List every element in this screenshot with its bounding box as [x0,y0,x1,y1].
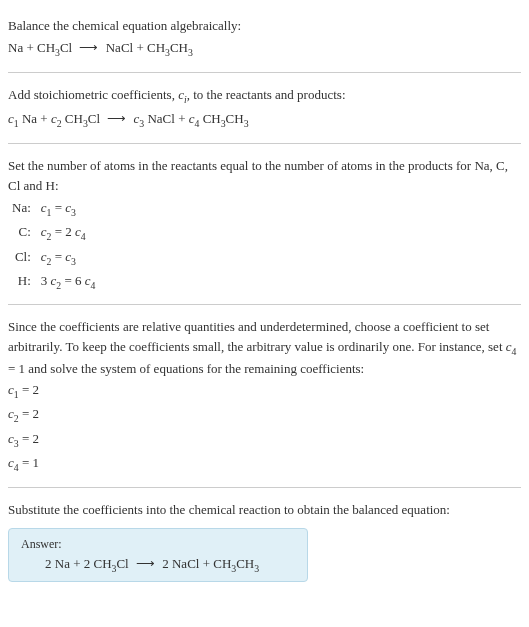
answer-box: Answer: 2 Na + 2 CH3Cl ⟶ 2 NaCl + CH3CH3 [8,528,308,583]
solution-line: c4 = 1 [8,453,521,475]
element-label: Na: [10,197,39,221]
solution-line: c2 = 2 [8,404,521,426]
solution-line: c1 = 2 [8,380,521,402]
arrow-icon: ⟶ [79,38,98,58]
arrow-icon: ⟶ [107,109,126,129]
table-row: C: c2 = 2 c4 [10,221,101,245]
table-row: H: 3 c2 = 6 c4 [10,270,101,294]
divider [8,143,521,144]
arrow-icon: ⟶ [136,556,155,572]
element-label: Cl: [10,246,39,270]
element-equation: c2 = c3 [39,246,102,270]
atom-balance-title: Set the number of atoms in the reactants… [8,156,521,195]
balance-equation: Na + CH3Cl ⟶ NaCl + CH3CH3 [8,38,521,60]
element-equation: 3 c2 = 6 c4 [39,270,102,294]
coeff-equation: c1 Na + c2 CH3Cl ⟶ c3 NaCl + c4 CH3CH3 [8,109,521,131]
section-balance: Balance the chemical equation algebraica… [8,8,521,68]
substitute-text: Substitute the coefficients into the che… [8,500,521,520]
section-solve: Since the coefficients are relative quan… [8,309,521,483]
answer-equation: 2 Na + 2 CH3Cl ⟶ 2 NaCl + CH3CH3 [21,556,295,574]
element-label: C: [10,221,39,245]
solve-text: Since the coefficients are relative quan… [8,317,521,378]
divider [8,304,521,305]
section-atom-balance: Set the number of atoms in the reactants… [8,148,521,300]
section-answer: Substitute the coefficients into the che… [8,492,521,588]
coeff-title-b: , to the reactants and products: [187,87,346,102]
element-label: H: [10,270,39,294]
atom-equations-table: Na: c1 = c3 C: c2 = 2 c4 Cl: c2 = c3 H: … [10,197,101,294]
section-coefficients: Add stoichiometric coefficients, ci, to … [8,77,521,139]
answer-label: Answer: [21,537,295,552]
table-row: Cl: c2 = c3 [10,246,101,270]
solution-line: c3 = 2 [8,429,521,451]
divider [8,487,521,488]
reaction-unbalanced: Na + CH3Cl ⟶ NaCl + CH3CH3 [8,40,193,55]
balance-title: Balance the chemical equation algebraica… [8,16,521,36]
divider [8,72,521,73]
coeff-title-a: Add stoichiometric coefficients, [8,87,178,102]
reaction-with-coeffs: c1 Na + c2 CH3Cl ⟶ c3 NaCl + c4 CH3CH3 [8,111,249,126]
element-equation: c1 = c3 [39,197,102,221]
table-row: Na: c1 = c3 [10,197,101,221]
coeff-ci: ci [178,87,187,102]
element-equation: c2 = 2 c4 [39,221,102,245]
coeff-title: Add stoichiometric coefficients, ci, to … [8,85,521,107]
